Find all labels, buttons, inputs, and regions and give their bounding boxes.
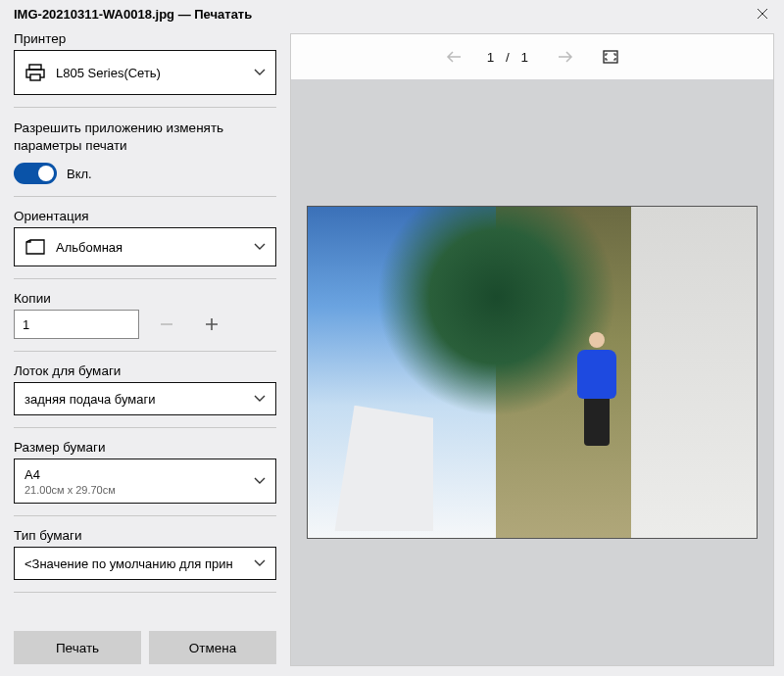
divider	[14, 107, 276, 108]
arrow-left-icon	[446, 50, 462, 64]
chevron-down-icon	[254, 477, 266, 485]
preview-pane: 1 / 1	[290, 33, 774, 666]
copies-input[interactable]: 1	[14, 310, 139, 339]
paper-size-section: Размер бумаги A4 21.00см x 29.70см	[14, 438, 276, 511]
window-title: IMG-20210311-WA0018.jpg — Печатать	[14, 7, 252, 22]
print-dialog-window: IMG-20210311-WA0018.jpg — Печатать Принт…	[0, 0, 784, 676]
divider	[14, 427, 276, 428]
chevron-down-icon	[254, 395, 266, 403]
fit-page-icon	[603, 50, 618, 64]
prev-page-button[interactable]	[442, 48, 466, 66]
allow-app-toggle[interactable]	[14, 163, 57, 184]
printer-icon	[24, 64, 46, 81]
print-preview-sheet	[307, 206, 758, 539]
chevron-down-icon	[254, 559, 266, 567]
landscape-icon	[24, 238, 46, 256]
preview-stage	[291, 79, 773, 665]
print-button[interactable]: Печать	[14, 631, 141, 664]
footer-buttons: Печать Отмена	[14, 631, 276, 676]
paper-size-label: Размер бумаги	[14, 440, 276, 455]
content-area: Принтер L805 Series(Сеть) Разрешить прил…	[0, 25, 784, 676]
fit-page-button[interactable]	[599, 48, 622, 66]
divider	[14, 196, 276, 197]
tray-value: задняя подача бумаги	[24, 392, 155, 407]
orientation-value: Альбомная	[56, 240, 122, 255]
settings-panel: Принтер L805 Series(Сеть) Разрешить прил…	[0, 25, 290, 676]
printer-value: L805 Series(Сеть)	[56, 66, 161, 80]
close-icon	[757, 8, 768, 20]
svg-rect-3	[604, 51, 617, 63]
plus-icon	[204, 316, 220, 332]
preview-toolbar: 1 / 1	[291, 34, 773, 79]
page-indicator: 1 / 1	[487, 50, 532, 65]
tray-label: Лоток для бумаги	[14, 363, 276, 378]
tray-select[interactable]: задняя подача бумаги	[14, 382, 276, 415]
minus-icon	[159, 316, 174, 332]
paper-type-section: Тип бумаги <Значение по умолчанию для пр…	[14, 526, 276, 588]
chevron-down-icon	[254, 69, 266, 76]
paper-size-select[interactable]: A4 21.00см x 29.70см	[14, 459, 276, 504]
next-page-button[interactable]	[554, 48, 577, 66]
printer-section: Принтер L805 Series(Сеть)	[14, 29, 276, 103]
tray-section: Лоток для бумаги задняя подача бумаги	[14, 362, 276, 423]
svg-rect-2	[30, 74, 40, 80]
copies-label: Копии	[14, 291, 276, 306]
paper-size-value: A4	[24, 467, 116, 482]
close-button[interactable]	[751, 6, 774, 22]
paper-type-label: Тип бумаги	[14, 528, 276, 543]
orientation-section: Ориентация Альбомная	[14, 207, 276, 274]
orientation-select[interactable]: Альбомная	[14, 227, 276, 266]
photo-content	[308, 207, 757, 538]
svg-rect-0	[29, 65, 41, 70]
divider	[14, 515, 276, 516]
allow-app-state: Вкл.	[67, 167, 92, 181]
divider	[14, 592, 276, 593]
paper-type-select[interactable]: <Значение по умолчанию для прин	[14, 547, 276, 580]
allow-app-label: Разрешить приложению изменять параметры …	[14, 120, 276, 155]
paper-type-value: <Значение по умолчанию для прин	[24, 556, 233, 571]
titlebar: IMG-20210311-WA0018.jpg — Печатать	[0, 0, 784, 25]
copies-section: Копии 1	[14, 289, 276, 347]
divider	[14, 278, 276, 279]
arrow-right-icon	[558, 50, 573, 64]
paper-size-dims: 21.00см x 29.70см	[24, 484, 116, 496]
orientation-label: Ориентация	[14, 209, 276, 223]
cancel-button[interactable]: Отмена	[149, 631, 276, 664]
chevron-down-icon	[254, 243, 266, 251]
divider	[14, 351, 276, 352]
copies-value: 1	[23, 317, 29, 332]
allow-app-section: Разрешить приложению изменять параметры …	[14, 118, 276, 192]
copies-decrement-button[interactable]	[149, 310, 184, 339]
printer-label: Принтер	[14, 31, 276, 46]
copies-increment-button[interactable]	[194, 310, 229, 339]
printer-select[interactable]: L805 Series(Сеть)	[14, 50, 276, 95]
